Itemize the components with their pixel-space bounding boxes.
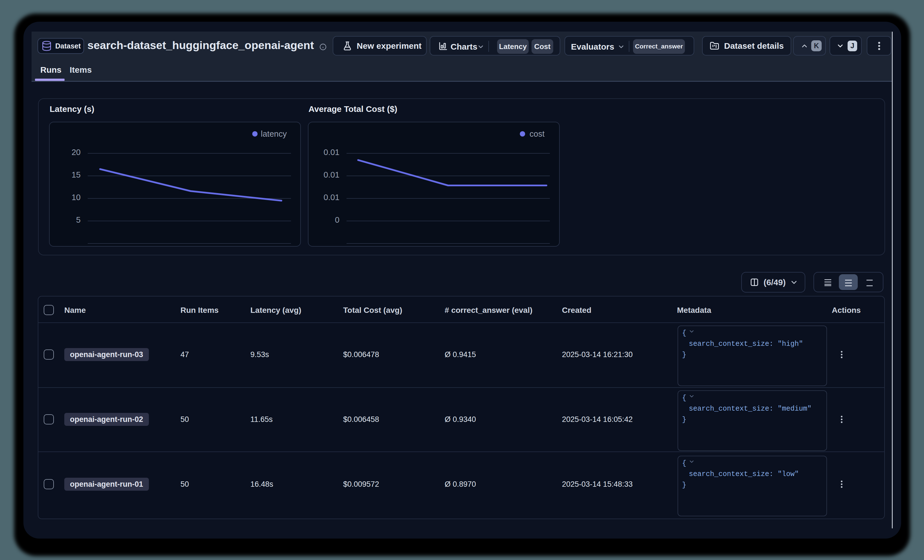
svg-text:latency: latency — [261, 129, 287, 138]
svg-text:0.01: 0.01 — [324, 170, 339, 179]
svg-text:0.01: 0.01 — [324, 148, 339, 157]
svg-text:20: 20 — [72, 148, 81, 157]
svg-text:15: 15 — [72, 170, 81, 179]
svg-text:10: 10 — [72, 193, 81, 202]
svg-text:5: 5 — [76, 215, 81, 225]
svg-text:0: 0 — [335, 215, 339, 225]
svg-text:cost: cost — [530, 129, 544, 138]
svg-text:0.01: 0.01 — [324, 193, 339, 202]
